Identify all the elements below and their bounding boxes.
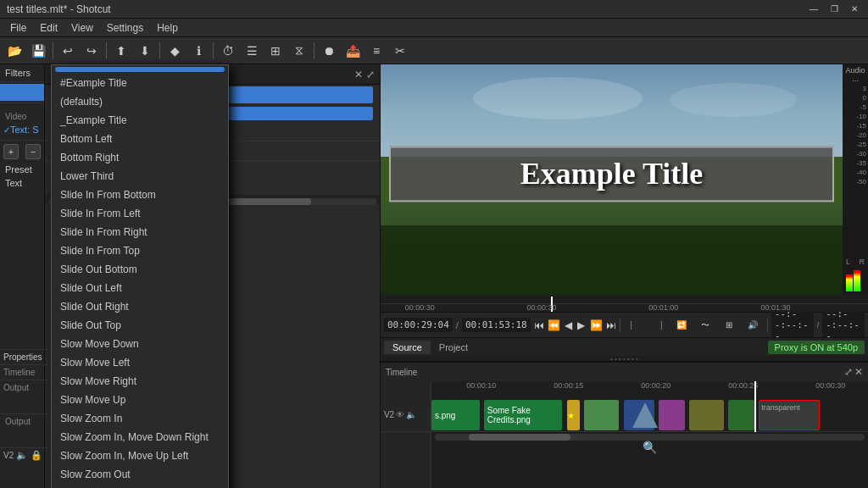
dropdown-item-18[interactable]: Slow Zoom In [52, 409, 228, 428]
dropdown-item-5[interactable]: Lower Third [52, 167, 228, 186]
preset-dropdown[interactable]: #Example Title(defaults)_Example TitleBo… [51, 64, 229, 488]
play-reverse-button[interactable]: ◀ [564, 317, 573, 334]
video-text-item[interactable]: ✓ Text: S [0, 123, 44, 136]
clock-button[interactable]: ⏱ [217, 40, 239, 62]
open-button[interactable]: 📂 [3, 40, 25, 62]
dropdown-item-14[interactable]: Slow Move Down [52, 335, 228, 353]
track-eye-icon[interactable]: 👁 [396, 410, 404, 419]
close-button[interactable]: ✕ [848, 3, 861, 15]
preview-title-text: Example Title [520, 156, 704, 191]
properties-tab[interactable]: Properties [0, 349, 51, 364]
dropdown-item-10[interactable]: Slide Out Bottom [52, 260, 228, 279]
preview-ruler-line: 00:00:30 00:00:30 00:01:00 00:01:30 [381, 303, 868, 304]
clip-purple[interactable] [659, 400, 685, 430]
cut-button[interactable]: ✂ [389, 40, 411, 62]
clip-blue[interactable] [624, 400, 654, 430]
meter-bars [844, 268, 866, 293]
dropdown-item-2[interactable]: _Example Title [52, 111, 228, 130]
timeline-expand-icon[interactable]: ⤢ [844, 366, 853, 378]
go-end-button[interactable]: ⏭ [606, 317, 616, 334]
dropdown-item-9[interactable]: Slide In From Top [52, 241, 228, 260]
dropdown-item-16[interactable]: Slow Move Right [52, 372, 228, 391]
track-headers: V2 👁 🔈 [381, 398, 431, 488]
export-button[interactable]: 📤 [342, 40, 364, 62]
dropdown-item-12[interactable]: Slide Out Right [52, 297, 228, 316]
layers-button[interactable]: ≡ [365, 40, 387, 62]
dropdown-item-13[interactable]: Slide Out Top [52, 316, 228, 335]
timeline-scrollbar-thumb[interactable] [469, 434, 570, 441]
dropdown-item-8[interactable]: Slide In From Right [52, 223, 228, 241]
clip-green[interactable] [584, 400, 619, 430]
current-time[interactable]: 00:00:29:04 [384, 318, 453, 332]
dropdown-item-20[interactable]: Slow Zoom In, Move Up Left [52, 446, 228, 465]
wave-button[interactable]: 〜 [694, 314, 716, 336]
redo-button[interactable]: ↪ [81, 40, 103, 62]
dropdown-scrollbar[interactable] [55, 67, 225, 72]
clip-darkgreen[interactable] [728, 400, 754, 430]
go-start-button[interactable]: ⏮ [534, 317, 544, 334]
dropdown-item-3[interactable]: Bottom Left [52, 130, 228, 148]
dropdown-item-0[interactable]: #Example Title [52, 74, 228, 92]
maximize-button[interactable]: ❐ [827, 3, 841, 15]
add-filter-button[interactable]: + [3, 144, 19, 159]
speaker-icon[interactable]: 🔈 [16, 450, 28, 461]
dropdown-item-4[interactable]: Bottom Right [52, 148, 228, 167]
filter-close-icon[interactable]: ✕ [354, 69, 363, 80]
output-tab[interactable]: Output [0, 380, 51, 395]
source-tab[interactable]: Source [384, 341, 431, 354]
dropdown-item-6[interactable]: Slide In From Bottom [52, 186, 228, 204]
preview-area: Example Title Audio ... 3 0 -5 -10 -15 -… [381, 64, 868, 295]
loop-button[interactable]: 🔁 [670, 314, 693, 336]
record-button[interactable]: ⏺ [318, 40, 340, 62]
out-point-button[interactable]: ⎹ [647, 314, 669, 336]
timeline-tab[interactable]: Timeline [0, 364, 51, 380]
remove-filter-button[interactable]: − [25, 144, 41, 159]
menu-file[interactable]: File [3, 20, 33, 36]
minimize-button[interactable]: — [807, 3, 821, 15]
dropdown-item-21[interactable]: Slow Zoom Out [52, 465, 228, 484]
ruler-mark-4: 00:00:25 [728, 381, 758, 390]
dropdown-item-7[interactable]: Slide In From Left [52, 204, 228, 223]
total-time[interactable]: 00:01:53:18 [462, 318, 531, 332]
dropdown-item-15[interactable]: Slow Move Left [52, 353, 228, 372]
filter-active-bar[interactable] [0, 84, 44, 101]
list-button[interactable]: ☰ [241, 40, 263, 62]
lift-button[interactable]: ⬆ [110, 40, 132, 62]
clip-spng[interactable]: s.png [431, 400, 480, 430]
grid-view-button[interactable]: ⊞ [718, 314, 740, 336]
project-tab[interactable]: Project [431, 341, 476, 354]
filter-button[interactable]: ⧖ [288, 40, 310, 62]
clip-transparent[interactable]: transparent [759, 400, 820, 430]
filter-expand-icon[interactable]: ⤢ [366, 69, 375, 80]
overwrite-button[interactable]: ⬇ [134, 40, 156, 62]
menu-settings[interactable]: Settings [100, 20, 150, 36]
menu-view[interactable]: View [64, 20, 100, 36]
dropdown-item-22[interactable]: Slow Zoom Out, Move Down Left [52, 484, 228, 488]
transport-sep-2 [767, 319, 768, 332]
menu-help[interactable]: Help [150, 20, 185, 36]
in-out-sep: / [817, 321, 820, 330]
grid-button[interactable]: ⊞ [264, 40, 287, 62]
info-button[interactable]: ℹ [187, 40, 209, 62]
speaker-button[interactable]: 🔊 [742, 314, 764, 336]
dropdown-item-17[interactable]: Slow Move Up [52, 391, 228, 409]
undo-button[interactable]: ↩ [57, 40, 79, 62]
zoom-icon[interactable]: 🔍 [643, 441, 657, 454]
keyframe-button[interactable]: ◆ [164, 40, 186, 62]
in-point-button[interactable]: ⎸ [623, 314, 645, 336]
lock-icon[interactable]: 🔒 [31, 450, 42, 461]
prev-frame-button[interactable]: ⏪ [548, 317, 560, 334]
menu-edit[interactable]: Edit [33, 20, 64, 36]
dropdown-item-11[interactable]: Slide Out Left [52, 279, 228, 297]
timeline-scrollbar[interactable] [435, 434, 865, 441]
clip-olive[interactable] [689, 400, 724, 430]
next-frame-button[interactable]: ⏩ [590, 317, 603, 334]
dropdown-item-19[interactable]: Slow Zoom In, Move Down Right [52, 428, 228, 446]
track-mute-icon[interactable]: 🔈 [406, 410, 416, 419]
save-button[interactable]: 💾 [27, 40, 49, 62]
clip-fake-credits[interactable]: Some Fake Credits.png [484, 400, 563, 430]
timeline-close-icon[interactable]: ✕ [854, 366, 863, 378]
dropdown-item-1[interactable]: (defaults) [52, 92, 228, 111]
toolbar: 📂 💾 ↩ ↪ ⬆ ⬇ ◆ ℹ ⏱ ☰ ⊞ ⧖ ⏺ 📤 ≡ ✂ [0, 37, 868, 64]
play-button[interactable]: ▶ [576, 317, 586, 334]
